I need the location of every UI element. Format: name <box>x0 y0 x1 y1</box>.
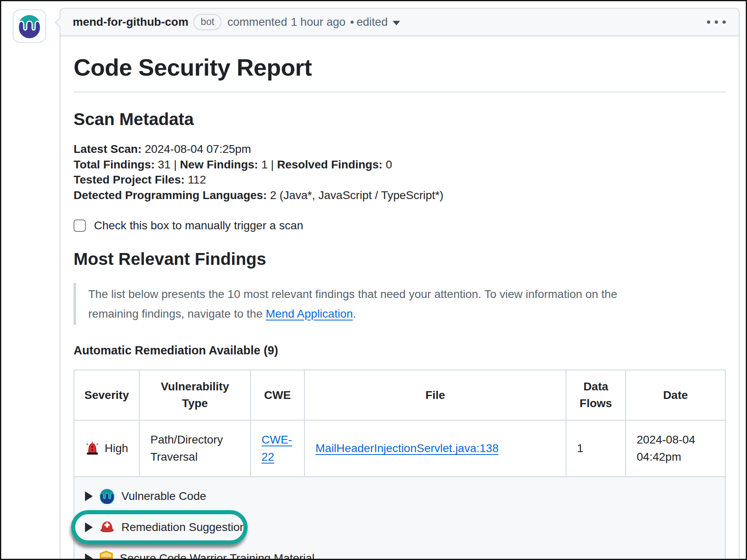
header-vulnerability-type: Vulnerability Type <box>139 370 250 420</box>
comment-card: mend-for-github-com bot commented 1 hour… <box>60 8 740 560</box>
severity-value: High <box>105 440 128 457</box>
trigger-scan-checkbox[interactable] <box>74 220 86 232</box>
details-training-material[interactable]: Secure Code Warrior Training Material <box>85 550 714 560</box>
edited-label: edited <box>356 16 387 29</box>
latest-scan-label: Latest Scan: <box>74 143 142 155</box>
trigger-scan-row: Check this box to manually trigger a sca… <box>74 219 726 232</box>
header-data-flows: Data Flows <box>566 370 626 420</box>
bot-badge: bot <box>193 14 221 31</box>
edited-dropdown[interactable]: edited <box>356 16 400 29</box>
languages-value: 2 (Java*, JavaScript / TypeScript*) <box>270 189 443 202</box>
header-cwe: CWE <box>250 370 304 420</box>
vulnerability-type-cell: Path/Directory Traversal <box>139 420 250 477</box>
rescue-helmet-icon <box>99 520 115 535</box>
mend-logo-icon <box>17 14 42 38</box>
shield-icon <box>99 551 113 560</box>
triangle-right-icon <box>85 522 93 532</box>
total-findings-label: Total Findings: <box>74 158 155 171</box>
findings-table: Severity Vulnerability Type CWE File Dat… <box>74 370 726 560</box>
total-findings-value: 31 <box>158 158 170 171</box>
date-cell: 2024-08-04 04:42pm <box>626 420 725 477</box>
page-title: Code Security Report <box>74 54 726 92</box>
mend-logo-icon <box>99 488 115 504</box>
comment-timestamp[interactable]: 1 hour ago <box>291 16 346 29</box>
findings-note: The list below presents the 10 most rele… <box>74 283 669 325</box>
header-file: File <box>304 370 566 420</box>
comment-body: Code Security Report Scan Metadata Lates… <box>60 36 739 560</box>
most-relevant-heading: Most Relevant Findings <box>74 249 726 269</box>
siren-icon <box>85 441 100 456</box>
tested-files-value: 112 <box>188 173 206 186</box>
detail-label: Secure Code Warrior Training Material <box>120 550 315 560</box>
screenshot-frame: mend-for-github-com bot commented 1 hour… <box>0 0 747 560</box>
new-findings-value: 1 <box>261 158 268 171</box>
details-vulnerable-code[interactable]: Vulnerable Code <box>85 488 714 505</box>
scan-metadata-heading: Scan Metadata <box>74 110 726 129</box>
detail-label: Vulnerable Code <box>121 488 206 505</box>
auto-remediation-subheading: Automatic Remediation Available (9) <box>74 344 726 357</box>
new-findings-label: New Findings: <box>180 158 258 171</box>
resolved-findings-value: 0 <box>386 158 392 171</box>
table-header-row: Severity Vulnerability Type CWE File Dat… <box>74 370 725 420</box>
finding-row: High Path/Directory Traversal CWE-22 Mai… <box>74 420 725 477</box>
header-severity: Severity <box>74 370 139 420</box>
detail-label: Remediation Suggestion <box>121 519 246 536</box>
mend-application-link[interactable]: Mend Application <box>266 307 353 320</box>
scan-metadata-text: Latest Scan: 2024-08-04 07:25pm Total Fi… <box>74 141 726 203</box>
avatar[interactable] <box>13 9 46 43</box>
details-remediation-suggestion[interactable]: Remediation Suggestion <box>85 519 714 536</box>
comment-action: commented <box>227 16 287 29</box>
details-row: Vulnerable Code <box>74 477 725 560</box>
comment-author[interactable]: mend-for-github-com <box>73 16 188 29</box>
header-date: Date <box>626 370 725 420</box>
comment-header: mend-for-github-com bot commented 1 hour… <box>60 9 739 36</box>
separator-dot: • <box>350 16 354 29</box>
cwe-link[interactable]: CWE-22 <box>262 433 292 463</box>
resolved-findings-label: Resolved Findings: <box>277 158 382 171</box>
tested-files-label: Tested Project Files: <box>74 173 185 186</box>
triangle-right-icon <box>85 553 93 560</box>
triangle-right-icon <box>85 491 93 501</box>
chevron-down-icon <box>393 21 400 25</box>
trigger-scan-label: Check this box to manually trigger a sca… <box>94 219 303 232</box>
data-flows-cell: 1 <box>566 420 626 477</box>
languages-label: Detected Programming Languages: <box>74 189 267 202</box>
comment-options-button[interactable] <box>706 17 727 27</box>
latest-scan-value: 2024-08-04 07:25pm <box>145 143 251 155</box>
file-link[interactable]: MailHeaderInjectionServlet.java:138 <box>315 442 499 455</box>
